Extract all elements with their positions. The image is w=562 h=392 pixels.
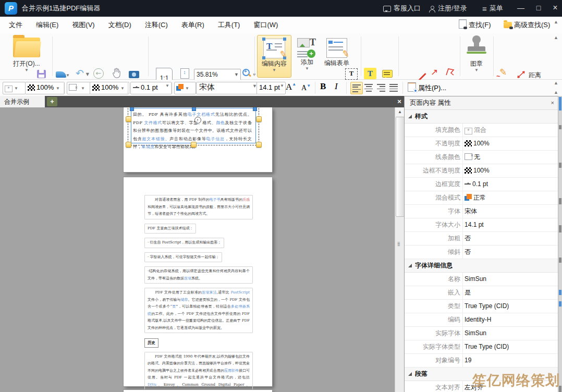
selection-handle-bottom-left[interactable] [126, 142, 131, 148]
property-label: 嵌入 [405, 286, 460, 299]
blend-mode-button[interactable]: ▼ [174, 82, 196, 94]
property-row[interactable]: 不透明度100% [405, 137, 558, 151]
fit-height-button[interactable]: ↕ [179, 68, 190, 80]
align-center-button[interactable] [363, 82, 374, 93]
minimize-button[interactable]: — [512, 0, 530, 17]
selection-handle-left[interactable] [126, 116, 131, 122]
stroke-opacity-combo[interactable]: 100% ▼ [90, 82, 129, 94]
close-button[interactable]: × [546, 0, 562, 17]
note-comment-button[interactable] [381, 68, 394, 80]
login-button[interactable]: 注册/登录 [429, 0, 467, 17]
right-edge-strip[interactable] [558, 96, 562, 392]
property-row[interactable]: 对象编号19 [405, 354, 558, 368]
fill-opacity-combo[interactable]: 100% ▼ [25, 82, 65, 94]
link-text: 压缩算法 [202, 290, 217, 295]
polyline-tool-button[interactable] [444, 67, 456, 78]
highlight-text-button[interactable]: T [364, 68, 376, 79]
properties-button[interactable]: 属性(P)... [408, 82, 446, 93]
font-family-combo[interactable]: 宋体▼ [196, 82, 260, 94]
bold-button[interactable]: B [320, 81, 326, 92]
menu-item[interactable]: 文档(D) [102, 17, 138, 33]
edge-strip-mark [559, 97, 561, 111]
panel-close-icon[interactable]: × [551, 96, 554, 109]
advanced-find-button[interactable]: 高级查找(S) [504, 17, 550, 33]
menu-item[interactable]: 工具(T) [211, 17, 247, 33]
formatbar-collapse-down-icon[interactable]: ▲ [554, 90, 558, 95]
selection-handle-bottom-center[interactable] [191, 142, 197, 148]
property-row[interactable]: 实际字体类型True Type (CID) [405, 340, 558, 354]
property-row[interactable]: 混合模式正常 [405, 191, 558, 205]
edge-strip-mark [559, 125, 561, 129]
align-justify-button[interactable] [388, 82, 399, 93]
panel-section-header[interactable]: 字体详细信息 [405, 259, 558, 273]
decrease-font-button[interactable]: A▼ [301, 83, 311, 92]
property-row[interactable]: 嵌入是 [405, 286, 558, 300]
stamp-button[interactable]: 图章 ▼ [463, 35, 490, 72]
close-document-button[interactable]: × [395, 96, 404, 107]
increase-font-button[interactable]: A▲ [286, 82, 296, 92]
scroll-up-icon[interactable]: ▲ [395, 107, 405, 116]
menu-item[interactable]: 视图(V) [65, 17, 101, 33]
scrollbar-grip-icon[interactable]: ≡≡ [397, 242, 400, 246]
new-tab-button[interactable]: + [47, 97, 57, 106]
menu-item[interactable]: 注释(C) [138, 17, 175, 33]
menu-item[interactable]: 文件 [2, 17, 29, 33]
edit-content-button[interactable]: T ✎ 编辑内容 ▼ [257, 35, 291, 78]
property-row[interactable]: 线条颜色无 [405, 151, 558, 164]
property-value: 100% [465, 137, 556, 150]
menu-item[interactable]: 编辑(E) [29, 17, 65, 33]
pdf-editor-window: P 合并示例1迅捷PDF编辑器 客服入口 注册/登录 ≡菜单 — □ × 文件编… [0, 0, 562, 392]
document-tab[interactable]: 合并示例1× [0, 96, 45, 107]
formatbar-collapse-up-icon[interactable]: ▲ [554, 81, 558, 85]
property-row[interactable]: 填充颜色*混合 [405, 124, 558, 137]
property-row[interactable]: 边框不透明度100% [405, 164, 558, 178]
align-right-button[interactable] [375, 82, 387, 93]
property-row[interactable]: 实际字体SimSun [405, 327, 558, 340]
document-area[interactable]: 目的。 PDF 具有许多其他电子文档格式无法相比的优点。PDF 文件格式可以将文… [0, 107, 395, 392]
menu-button[interactable]: ≡菜单 [482, 0, 503, 17]
menu-item[interactable]: 窗口(W) [247, 17, 285, 33]
toolbar-collapse-icon[interactable]: ▲ [554, 35, 558, 40]
open-button[interactable]: 打开(O)... ▼ [6, 36, 47, 72]
hand-tool-button[interactable] [109, 67, 123, 80]
menubar-collapse-icon[interactable]: ▲ [554, 20, 558, 24]
property-label: 字体 [405, 205, 460, 218]
property-row[interactable]: 字体大小14.1 pt [405, 218, 558, 232]
property-row[interactable]: 名称SimSun [405, 273, 558, 286]
font-size-combo[interactable]: 14.1 pt▼ [256, 82, 286, 94]
menu-item[interactable]: 表单(R) [175, 17, 211, 33]
property-row[interactable]: 字体宋体 [405, 205, 558, 218]
selection-handle-right[interactable] [256, 116, 262, 122]
scrollbar-thumb[interactable] [396, 117, 405, 217]
maximize-button[interactable]: □ [530, 0, 547, 17]
support-entry-button[interactable]: 客服入口 [383, 0, 421, 17]
arrow-tool-button[interactable]: ↗ [429, 67, 440, 78]
property-row[interactable]: 类型True Type (CID) [405, 300, 558, 313]
property-row[interactable]: 边框宽度0.1 pt [405, 178, 558, 191]
align-left-button[interactable] [350, 82, 363, 94]
fill-color-button[interactable]: *▼ [3, 82, 26, 94]
distance-tool-button[interactable]: 距离 [516, 70, 527, 81]
line-width-combo[interactable]: 0.1 pt ▼ [130, 82, 172, 94]
panel-section-header[interactable]: 样式 [405, 110, 558, 124]
property-row[interactable]: 加粗否 [405, 232, 558, 246]
save-button[interactable] [34, 68, 48, 81]
italic-button[interactable]: I [335, 81, 338, 92]
undo-button[interactable]: ↶▼ [73, 67, 87, 80]
body-text: PDF 文件使用了工业标准的 [148, 290, 202, 295]
text-field-tool-button[interactable]: T [345, 68, 358, 80]
add-button[interactable]: T+ 添加 ▼ [295, 35, 320, 77]
document-scrollbar[interactable]: ▲ ≡≡ [395, 107, 405, 392]
body-text: 的工作。此外，一个 PDF 文件还包含文件中所使用的 PDF 格式版本,以及文件… [148, 312, 250, 330]
pencil-tool-button[interactable]: ✎~ [496, 67, 510, 79]
scan-button[interactable]: ▼ [54, 68, 68, 81]
property-row[interactable]: 倾斜否 [405, 246, 558, 259]
selection-handle-bottom-right[interactable] [256, 142, 262, 148]
link-text: 集成度 [142, 144, 155, 149]
stroke-color-button[interactable]: ▼ [67, 82, 91, 94]
previous-view-button[interactable]: ← [92, 68, 105, 81]
snapshot-button[interactable] [127, 68, 141, 81]
scanner-icon [56, 71, 66, 78]
property-row[interactable]: 编码Identity-H [405, 313, 558, 327]
find-button[interactable]: 查找(F) [459, 17, 491, 33]
